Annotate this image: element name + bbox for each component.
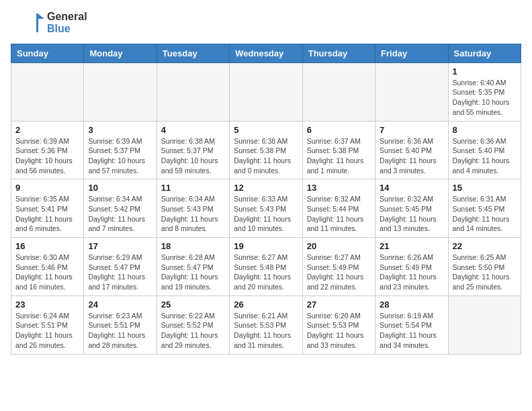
calendar-cell: 17Sunrise: 6:29 AM Sunset: 5:47 PM Dayli… bbox=[84, 238, 157, 296]
day-number: 20 bbox=[307, 241, 371, 251]
calendar-cell: 9Sunrise: 6:35 AM Sunset: 5:41 PM Daylig… bbox=[11, 179, 84, 238]
day-info: Sunrise: 6:32 AM Sunset: 5:45 PM Dayligh… bbox=[380, 194, 443, 234]
calendar-cell: 15Sunrise: 6:31 AM Sunset: 5:45 PM Dayli… bbox=[448, 179, 521, 238]
day-info: Sunrise: 6:34 AM Sunset: 5:42 PM Dayligh… bbox=[88, 194, 152, 234]
calendar-cell bbox=[448, 295, 521, 354]
weekday-header-tuesday: Tuesday bbox=[157, 44, 229, 62]
calendar-cell: 8Sunrise: 6:36 AM Sunset: 5:40 PM Daylig… bbox=[448, 121, 521, 179]
weekday-header-row: SundayMondayTuesdayWednesdayThursdayFrid… bbox=[11, 44, 521, 62]
day-number: 13 bbox=[307, 183, 371, 193]
day-number: 18 bbox=[161, 241, 225, 251]
day-number: 23 bbox=[15, 300, 79, 310]
day-number: 10 bbox=[88, 183, 152, 193]
calendar-cell: 6Sunrise: 6:37 AM Sunset: 5:38 PM Daylig… bbox=[302, 121, 375, 179]
day-info: Sunrise: 6:23 AM Sunset: 5:51 PM Dayligh… bbox=[88, 311, 152, 351]
day-info: Sunrise: 6:32 AM Sunset: 5:44 PM Dayligh… bbox=[307, 194, 371, 234]
day-number: 12 bbox=[234, 183, 298, 193]
day-number: 11 bbox=[161, 183, 225, 193]
day-info: Sunrise: 6:28 AM Sunset: 5:47 PM Dayligh… bbox=[161, 253, 225, 292]
calendar-cell: 7Sunrise: 6:36 AM Sunset: 5:40 PM Daylig… bbox=[375, 121, 448, 179]
calendar-cell: 11Sunrise: 6:34 AM Sunset: 5:43 PM Dayli… bbox=[157, 179, 229, 238]
week-row-4: 16Sunrise: 6:30 AM Sunset: 5:46 PM Dayli… bbox=[11, 238, 521, 296]
calendar-cell: 28Sunrise: 6:19 AM Sunset: 5:54 PM Dayli… bbox=[375, 295, 448, 354]
calendar-cell: 27Sunrise: 6:20 AM Sunset: 5:53 PM Dayli… bbox=[302, 295, 375, 354]
day-info: Sunrise: 6:27 AM Sunset: 5:48 PM Dayligh… bbox=[234, 253, 298, 292]
calendar-cell: 4Sunrise: 6:38 AM Sunset: 5:37 PM Daylig… bbox=[157, 121, 229, 179]
day-number: 17 bbox=[88, 241, 152, 251]
week-row-5: 23Sunrise: 6:24 AM Sunset: 5:51 PM Dayli… bbox=[11, 295, 521, 354]
day-info: Sunrise: 6:29 AM Sunset: 5:47 PM Dayligh… bbox=[88, 253, 152, 292]
day-info: Sunrise: 6:30 AM Sunset: 5:46 PM Dayligh… bbox=[15, 253, 79, 292]
page-header: GeneralBlue bbox=[11, 11, 521, 36]
calendar-cell: 10Sunrise: 6:34 AM Sunset: 5:42 PM Dayli… bbox=[84, 179, 157, 238]
weekday-header-monday: Monday bbox=[84, 44, 157, 62]
day-number: 9 bbox=[15, 183, 79, 193]
day-number: 1 bbox=[453, 66, 517, 77]
calendar-cell: 25Sunrise: 6:22 AM Sunset: 5:52 PM Dayli… bbox=[157, 295, 229, 354]
calendar-cell: 22Sunrise: 6:25 AM Sunset: 5:50 PM Dayli… bbox=[448, 238, 521, 296]
day-info: Sunrise: 6:36 AM Sunset: 5:40 PM Dayligh… bbox=[453, 136, 517, 176]
calendar-cell bbox=[375, 62, 448, 121]
day-info: Sunrise: 6:39 AM Sunset: 5:37 PM Dayligh… bbox=[88, 136, 152, 176]
calendar-cell: 12Sunrise: 6:33 AM Sunset: 5:43 PM Dayli… bbox=[230, 179, 302, 238]
day-info: Sunrise: 6:27 AM Sunset: 5:49 PM Dayligh… bbox=[307, 253, 371, 292]
weekday-header-saturday: Saturday bbox=[448, 44, 521, 62]
week-row-2: 2Sunrise: 6:39 AM Sunset: 5:36 PM Daylig… bbox=[11, 121, 521, 179]
day-number: 7 bbox=[380, 125, 443, 135]
day-info: Sunrise: 6:40 AM Sunset: 5:35 PM Dayligh… bbox=[453, 78, 517, 118]
logo-blue: Blue bbox=[47, 23, 87, 35]
calendar-cell: 21Sunrise: 6:26 AM Sunset: 5:49 PM Dayli… bbox=[375, 238, 448, 296]
calendar-cell: 23Sunrise: 6:24 AM Sunset: 5:51 PM Dayli… bbox=[11, 295, 84, 354]
day-info: Sunrise: 6:38 AM Sunset: 5:37 PM Dayligh… bbox=[161, 136, 225, 176]
day-number: 3 bbox=[88, 125, 152, 135]
week-row-3: 9Sunrise: 6:35 AM Sunset: 5:41 PM Daylig… bbox=[11, 179, 521, 238]
day-info: Sunrise: 6:22 AM Sunset: 5:52 PM Dayligh… bbox=[161, 311, 225, 351]
day-number: 8 bbox=[453, 125, 517, 135]
day-info: Sunrise: 6:37 AM Sunset: 5:38 PM Dayligh… bbox=[307, 136, 371, 176]
day-number: 27 bbox=[307, 300, 371, 310]
svg-marker-0 bbox=[38, 13, 44, 19]
day-number: 15 bbox=[453, 183, 517, 193]
calendar-cell: 2Sunrise: 6:39 AM Sunset: 5:36 PM Daylig… bbox=[11, 121, 84, 179]
week-row-1: 1Sunrise: 6:40 AM Sunset: 5:35 PM Daylig… bbox=[11, 62, 521, 121]
calendar-cell: 20Sunrise: 6:27 AM Sunset: 5:49 PM Dayli… bbox=[302, 238, 375, 296]
calendar-cell: 18Sunrise: 6:28 AM Sunset: 5:47 PM Dayli… bbox=[157, 238, 229, 296]
calendar-table: SundayMondayTuesdayWednesdayThursdayFrid… bbox=[11, 44, 521, 355]
day-number: 25 bbox=[161, 300, 225, 310]
calendar-cell: 3Sunrise: 6:39 AM Sunset: 5:37 PM Daylig… bbox=[84, 121, 157, 179]
weekday-header-friday: Friday bbox=[375, 44, 448, 62]
day-info: Sunrise: 6:31 AM Sunset: 5:45 PM Dayligh… bbox=[453, 194, 517, 234]
calendar-cell: 13Sunrise: 6:32 AM Sunset: 5:44 PM Dayli… bbox=[302, 179, 375, 238]
calendar-cell bbox=[157, 62, 229, 121]
day-number: 22 bbox=[453, 241, 517, 251]
day-info: Sunrise: 6:19 AM Sunset: 5:54 PM Dayligh… bbox=[380, 311, 443, 351]
day-info: Sunrise: 6:35 AM Sunset: 5:41 PM Dayligh… bbox=[15, 194, 79, 234]
day-info: Sunrise: 6:24 AM Sunset: 5:51 PM Dayligh… bbox=[15, 311, 79, 351]
day-info: Sunrise: 6:34 AM Sunset: 5:43 PM Dayligh… bbox=[161, 194, 225, 234]
weekday-header-thursday: Thursday bbox=[302, 44, 375, 62]
day-number: 16 bbox=[15, 241, 79, 251]
day-number: 5 bbox=[234, 125, 298, 135]
day-number: 4 bbox=[161, 125, 225, 135]
day-number: 28 bbox=[380, 300, 443, 310]
day-info: Sunrise: 6:21 AM Sunset: 5:53 PM Dayligh… bbox=[234, 311, 298, 351]
day-info: Sunrise: 6:33 AM Sunset: 5:43 PM Dayligh… bbox=[234, 194, 298, 234]
day-number: 21 bbox=[380, 241, 443, 251]
calendar-cell: 5Sunrise: 6:38 AM Sunset: 5:38 PM Daylig… bbox=[230, 121, 302, 179]
calendar-cell: 19Sunrise: 6:27 AM Sunset: 5:48 PM Dayli… bbox=[230, 238, 302, 296]
svg-rect-1 bbox=[36, 13, 38, 32]
logo-general: General bbox=[47, 11, 87, 23]
day-number: 6 bbox=[307, 125, 371, 135]
calendar-cell: 14Sunrise: 6:32 AM Sunset: 5:45 PM Dayli… bbox=[375, 179, 448, 238]
day-number: 26 bbox=[234, 300, 298, 310]
calendar-cell: 1Sunrise: 6:40 AM Sunset: 5:35 PM Daylig… bbox=[448, 62, 521, 121]
calendar-cell bbox=[302, 62, 375, 121]
weekday-header-sunday: Sunday bbox=[11, 44, 84, 62]
day-info: Sunrise: 6:36 AM Sunset: 5:40 PM Dayligh… bbox=[380, 136, 443, 176]
day-number: 24 bbox=[88, 300, 152, 310]
logo-svg bbox=[11, 11, 44, 35]
calendar-cell: 26Sunrise: 6:21 AM Sunset: 5:53 PM Dayli… bbox=[230, 295, 302, 354]
calendar-cell bbox=[11, 62, 84, 121]
day-info: Sunrise: 6:25 AM Sunset: 5:50 PM Dayligh… bbox=[453, 253, 517, 292]
calendar-cell bbox=[84, 62, 157, 121]
